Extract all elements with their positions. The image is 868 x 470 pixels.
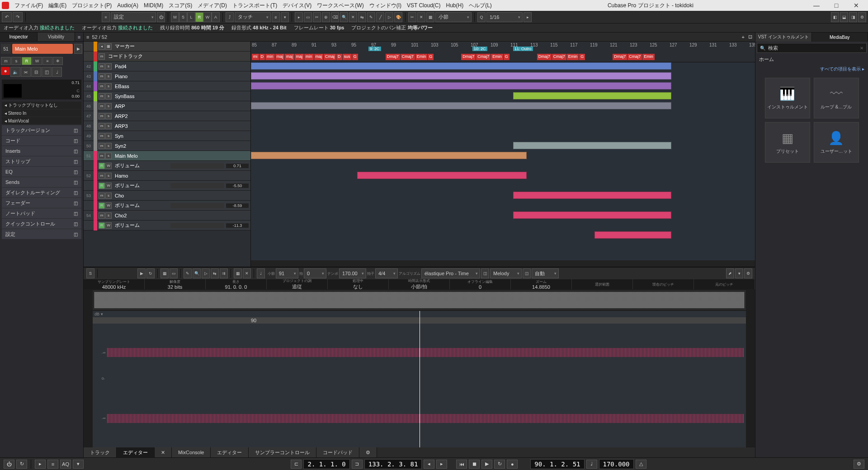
inspector-section[interactable]: 設定◫: [2, 229, 81, 239]
chord-event[interactable]: maj: [285, 54, 294, 60]
vari-mode-select[interactable]: Melody: [490, 268, 522, 278]
lower-tab[interactable]: ⚙: [359, 447, 377, 457]
waveform-overview[interactable]: [93, 290, 746, 310]
snap-toggle[interactable]: ✂: [408, 12, 416, 22]
lock-button[interactable]: ⫘: [21, 67, 31, 77]
play-tool[interactable]: ▷: [385, 12, 393, 22]
track-row[interactable]: 50msSyn2: [84, 141, 250, 151]
inplace-button[interactable]: ◫: [42, 67, 52, 77]
inspector-section[interactable]: ストリップ◫: [2, 156, 81, 166]
lower-tab[interactable]: MixConsole: [172, 447, 211, 457]
event-clip[interactable]: [251, 72, 671, 80]
event-clip[interactable]: [513, 92, 671, 99]
zoom-tool[interactable]: 🔍: [340, 12, 348, 22]
solo-button[interactable]: s: [11, 57, 21, 65]
solo-editor-button[interactable]: S: [86, 268, 94, 278]
arrow-tool[interactable]: ▸: [295, 12, 303, 22]
ed-tool[interactable]: ▷: [202, 268, 210, 278]
panel-bottom-toggle[interactable]: ⬓: [840, 12, 848, 22]
position-display[interactable]: 90. 1. 2. 51: [530, 459, 584, 469]
inspector-section[interactable]: ノートパッド◫: [2, 208, 81, 218]
tempo-icon[interactable]: ♩: [586, 460, 597, 469]
w-global-button[interactable]: W: [203, 12, 212, 22]
menu-item[interactable]: スコア(S): [166, 1, 195, 10]
l-global-button[interactable]: L: [187, 12, 195, 22]
menu-item[interactable]: トランスポート(T): [230, 1, 280, 10]
chord-event[interactable]: Dmaj7: [386, 54, 400, 60]
quantize-icon[interactable]: Q: [477, 12, 486, 22]
a-global-button[interactable]: A: [212, 12, 220, 22]
editor-settings-icon[interactable]: ⚙: [744, 268, 752, 278]
track-row[interactable]: RWボリューム0.71: [84, 161, 250, 171]
maximize-button[interactable]: □: [826, 0, 846, 11]
quantize-select[interactable]: 1/16: [486, 12, 523, 22]
freeze-button[interactable]: ❄: [53, 57, 63, 65]
event-clip[interactable]: [513, 212, 671, 219]
track-row[interactable]: 43msPiano: [84, 71, 250, 81]
track-row[interactable]: 42msPad4: [84, 61, 250, 71]
grid-icon[interactable]: ▦: [426, 12, 434, 22]
ed-tool[interactable]: ⇆: [211, 268, 219, 278]
track-row[interactable]: RWボリューム-5.50: [84, 181, 250, 191]
event-clip[interactable]: [251, 102, 671, 109]
lower-tab[interactable]: コードパッド: [316, 447, 359, 457]
ed-tool[interactable]: ▭: [170, 268, 178, 278]
read-button[interactable]: R: [22, 57, 32, 65]
track-row[interactable]: RWボリューム-8.59: [84, 201, 250, 211]
settings-icon[interactable]: ⚙: [858, 12, 866, 22]
track-row[interactable]: 52msHamo: [84, 171, 250, 181]
event-clip[interactable]: [357, 172, 527, 179]
quant-dropdown-icon[interactable]: ▸: [524, 12, 532, 22]
chord-event[interactable]: Emin: [491, 54, 503, 60]
lane-toggle[interactable]: ⊟: [31, 67, 41, 77]
chord-event[interactable]: Cmaj: [324, 54, 336, 60]
vst-instruments-tab[interactable]: VST インストゥルメント: [755, 33, 812, 42]
click-button[interactable]: △: [636, 460, 646, 469]
chord-track[interactable]: m コードトラック: [84, 52, 250, 61]
punch-in-button[interactable]: ◂: [424, 460, 434, 469]
menu-item[interactable]: Hub(H): [443, 1, 466, 9]
right-locator-display[interactable]: 133. 2. 3. 81: [364, 459, 422, 469]
right-locator-button[interactable]: ⊐: [352, 460, 363, 469]
track-row[interactable]: 49msSyn: [84, 131, 250, 141]
menu-item[interactable]: ウィンドウ(I): [367, 1, 404, 10]
split-tool[interactable]: ✂: [313, 12, 321, 22]
mediabay-tab[interactable]: MediaBay: [812, 33, 868, 42]
snap-type-select[interactable]: 小節: [435, 12, 472, 22]
chord-event[interactable]: G: [579, 54, 585, 60]
prev-button[interactable]: ▸: [35, 460, 46, 469]
next-button[interactable]: ≡: [47, 460, 58, 469]
chord-event[interactable]: D: [336, 54, 342, 60]
mute-button[interactable]: m: [1, 57, 11, 65]
transport-settings-icon[interactable]: ⚙: [854, 460, 864, 469]
panel-right-toggle[interactable]: ◨: [849, 12, 857, 22]
timewarp-tool[interactable]: ⇆: [358, 12, 366, 22]
power-icon[interactable]: ⏻: [157, 12, 165, 22]
close-button[interactable]: ✕: [846, 0, 866, 11]
tempo-display[interactable]: 170.000: [599, 459, 634, 469]
auto-select[interactable]: 自動: [532, 268, 559, 278]
lower-tab[interactable]: トラック: [84, 447, 117, 457]
inspector-section[interactable]: トラックバージョン◫: [2, 125, 81, 135]
toolbar-preset-select[interactable]: 設定: [111, 12, 156, 22]
menu-item[interactable]: 編集(E): [46, 1, 69, 10]
automation-mode-select[interactable]: タッチ: [235, 12, 271, 22]
lower-tab[interactable]: エディター: [211, 447, 249, 457]
chord-event[interactable]: Emin: [567, 54, 579, 60]
ed-tool[interactable]: ⇉: [220, 268, 228, 278]
monitor-button[interactable]: 🔈: [10, 67, 20, 77]
mediabay-home[interactable]: ホーム: [755, 54, 868, 64]
glue-tool[interactable]: ⊕: [322, 12, 330, 22]
chord-event[interactable]: Cmaj7: [552, 54, 566, 60]
mediabay-search-input[interactable]: 🔍 検索✕: [757, 43, 867, 53]
left-locator-button[interactable]: ⊏: [291, 460, 302, 469]
vari-toggle[interactable]: ◫: [523, 268, 531, 278]
menu-item[interactable]: ヘルプ(L): [466, 1, 495, 10]
chord-event[interactable]: Dmaj7: [461, 54, 476, 60]
routing-row[interactable]: ◂ トラックプリセットなし: [2, 102, 81, 109]
menu-item[interactable]: プロジェクト(P): [69, 1, 114, 10]
tempo-field[interactable]: 170.00: [339, 268, 366, 278]
menu-item[interactable]: Audio(A): [114, 1, 141, 9]
chord-event[interactable]: D: [259, 54, 265, 60]
track-row[interactable]: 53msCho: [84, 191, 250, 201]
